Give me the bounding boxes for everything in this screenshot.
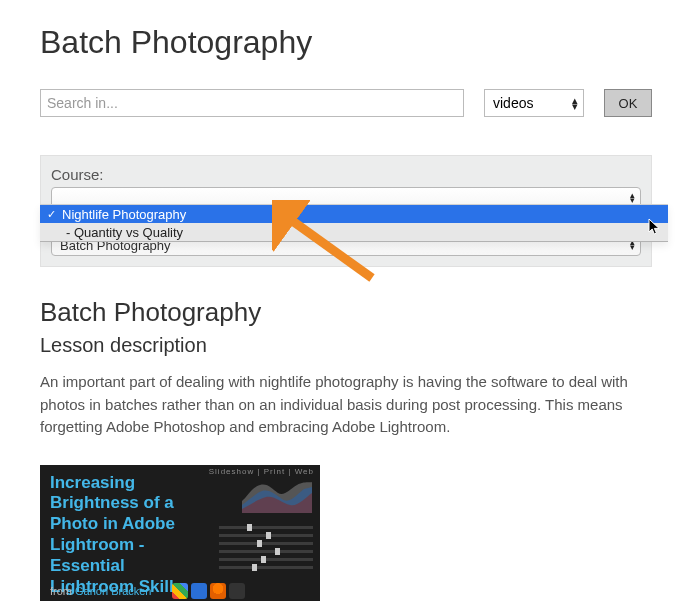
- thumb-topbar: Slideshow | Print | Web: [209, 467, 314, 476]
- lesson-heading: Batch Photography: [40, 297, 652, 328]
- lesson-subheading: Lesson description: [40, 334, 652, 357]
- course-select-menu[interactable]: ✓ Nightlife Photography - Quantity vs Qu…: [40, 204, 668, 242]
- video-thumbnail[interactable]: Slideshow | Print | Web Increasing Brigh…: [40, 465, 320, 601]
- vlc-icon: [210, 583, 226, 599]
- chrome-icon: [172, 583, 188, 599]
- page-title: Batch Photography: [40, 24, 652, 61]
- search-row: videos ▴▾ OK: [40, 89, 652, 117]
- thumb-byline: from Garion Bracken: [50, 585, 152, 597]
- checkmark-icon: ✓: [44, 208, 58, 221]
- course-option-quantity-vs-quality[interactable]: - Quantity vs Quality: [40, 223, 668, 241]
- app-icon: [229, 583, 245, 599]
- lesson-description: An important part of dealing with nightl…: [40, 371, 652, 439]
- search-scope-select[interactable]: videos: [484, 89, 584, 117]
- dock-icons: [172, 583, 245, 599]
- course-label: Course:: [51, 166, 641, 183]
- mail-icon: [191, 583, 207, 599]
- histogram-icon: [242, 479, 312, 513]
- search-input[interactable]: [40, 89, 464, 117]
- thumb-overlay-title: Increasing Brightness of a Photo in Adob…: [50, 473, 210, 598]
- ok-button[interactable]: OK: [604, 89, 652, 117]
- course-option-nightlife[interactable]: ✓ Nightlife Photography: [40, 205, 668, 223]
